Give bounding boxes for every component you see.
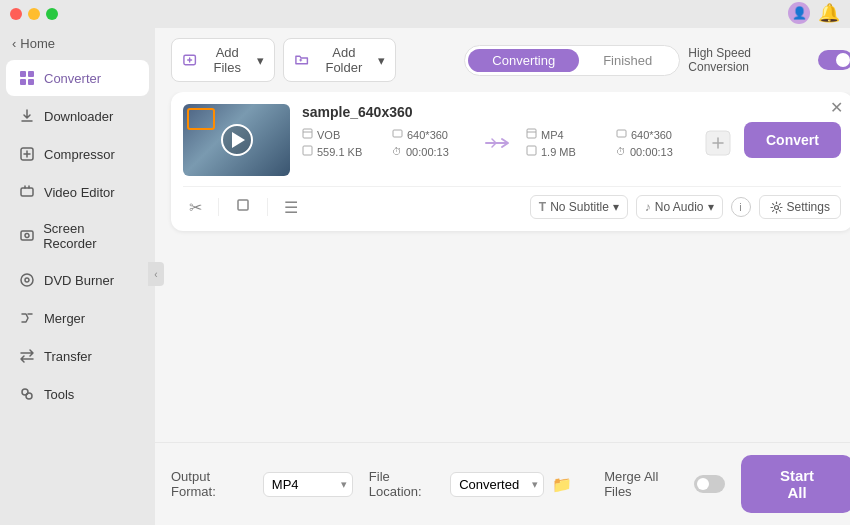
- source-meta-2: 640*360 ⏱ 00:00:13: [392, 129, 472, 158]
- file-card-top: sample_640x360 VOB: [183, 104, 841, 176]
- svg-rect-14: [303, 146, 312, 155]
- subtitle-select[interactable]: T No Subtitle ▾: [530, 195, 628, 219]
- main-toolbar: Add Files ▾ Add Folder ▾ Converting Fini…: [155, 28, 850, 92]
- dvd-burner-icon: [18, 271, 36, 289]
- sidebar-item-merger[interactable]: Merger: [6, 300, 149, 336]
- tab-finished[interactable]: Finished: [579, 49, 676, 72]
- subtitle-icon: T: [539, 200, 546, 214]
- tools-icon: [18, 385, 36, 403]
- screen-recorder-icon: [18, 227, 35, 245]
- output-meta: MP4 1.9 MB: [526, 128, 616, 158]
- output-format-select[interactable]: MP4 MOV AVI MKV: [263, 472, 353, 497]
- source-duration-icon: ⏱: [392, 146, 402, 157]
- add-folder-icon: [294, 52, 309, 68]
- output-size-value: 1.9 MB: [541, 146, 576, 158]
- output-resolution: 640*360: [616, 129, 696, 142]
- source-resolution: 640*360: [392, 129, 472, 142]
- sidebar-item-dvd-burner[interactable]: DVD Burner: [6, 262, 149, 298]
- source-duration: ⏱ 00:00:13: [392, 146, 472, 158]
- svg-rect-6: [21, 231, 33, 240]
- source-duration-value: 00:00:13: [406, 146, 449, 158]
- svg-rect-5: [21, 188, 33, 196]
- crop-tool-button[interactable]: [229, 195, 257, 219]
- close-traffic-light[interactable]: [10, 8, 22, 20]
- maximize-traffic-light[interactable]: [46, 8, 58, 20]
- merge-toggle-switch[interactable]: [694, 475, 725, 493]
- info-button[interactable]: i: [731, 197, 751, 217]
- sidebar-item-downloader-label: Downloader: [44, 109, 113, 124]
- file-location-select[interactable]: Converted Desktop Custom...: [450, 472, 544, 497]
- minimize-traffic-light[interactable]: [28, 8, 40, 20]
- file-card: ✕ sample_640x360: [171, 92, 850, 231]
- source-meta: VOB 559.1 KB: [302, 128, 392, 158]
- play-button[interactable]: [221, 124, 253, 156]
- file-name: sample_640x360: [302, 104, 732, 120]
- subtitle-value: No Subtitle: [550, 200, 609, 214]
- start-all-button[interactable]: Start All: [741, 455, 850, 513]
- sidebar-item-screen-recorder-label: Screen Recorder: [43, 221, 137, 251]
- tab-converting[interactable]: Converting: [468, 49, 579, 72]
- quick-settings-icon-area: [704, 129, 732, 157]
- svg-point-8: [21, 274, 33, 286]
- adjust-tool-button[interactable]: ☰: [278, 196, 304, 219]
- sidebar-item-compressor-label: Compressor: [44, 147, 115, 162]
- sidebar-item-transfer[interactable]: Transfer: [6, 338, 149, 374]
- converter-icon: [18, 69, 36, 87]
- audio-icon: ♪: [645, 200, 651, 214]
- source-size-icon: [302, 145, 313, 158]
- notification-icon[interactable]: 🔔: [818, 2, 840, 24]
- audio-select[interactable]: ♪ No Audio ▾: [636, 195, 723, 219]
- svg-point-11: [26, 393, 32, 399]
- file-list: ✕ sample_640x360: [155, 92, 850, 442]
- home-nav[interactable]: ‹ Home: [0, 28, 155, 59]
- add-files-button[interactable]: Add Files ▾: [171, 38, 275, 82]
- play-icon: [232, 132, 245, 148]
- browse-folder-button[interactable]: 📁: [552, 475, 572, 494]
- downloader-icon: [18, 107, 36, 125]
- output-format-icon: [526, 128, 537, 141]
- settings-gear-icon: [770, 201, 783, 214]
- output-format: MP4: [526, 128, 616, 141]
- conversion-arrow-icon: [472, 135, 526, 151]
- toolbar-divider-2: [267, 198, 268, 216]
- output-duration-icon: ⏱: [616, 146, 626, 157]
- compressor-icon: [18, 145, 36, 163]
- source-resolution-icon: [392, 129, 403, 142]
- add-files-icon: [182, 52, 197, 68]
- settings-button[interactable]: Settings: [759, 195, 841, 219]
- sidebar-item-compressor[interactable]: Compressor: [6, 136, 149, 172]
- svg-rect-15: [393, 130, 402, 137]
- sidebar-item-video-editor[interactable]: Video Editor: [6, 174, 149, 210]
- sidebar-item-downloader[interactable]: Downloader: [6, 98, 149, 134]
- speed-label: High Speed Conversion: [688, 46, 810, 74]
- sidebar-item-converter-label: Converter: [44, 71, 101, 86]
- scissors-tool-button[interactable]: ✂: [183, 196, 208, 219]
- sidebar-collapse-button[interactable]: ‹: [148, 262, 164, 286]
- quick-settings-icon: [704, 129, 732, 157]
- source-format-value: VOB: [317, 129, 340, 141]
- svg-rect-16: [527, 129, 536, 138]
- convert-button[interactable]: Convert: [744, 122, 841, 158]
- add-folder-dropdown-arrow: ▾: [378, 53, 385, 68]
- audio-dropdown-arrow: ▾: [708, 200, 714, 214]
- home-label: Home: [20, 36, 55, 51]
- speed-toggle-switch[interactable]: [818, 50, 850, 70]
- user-avatar-icon[interactable]: 👤: [788, 2, 810, 24]
- svg-rect-3: [28, 79, 34, 85]
- svg-rect-1: [28, 71, 34, 77]
- source-format-icon: [302, 128, 313, 141]
- home-arrow-icon: ‹: [12, 36, 16, 51]
- file-meta-row: VOB 559.1 KB: [302, 128, 732, 158]
- titlebar: 👤 🔔: [0, 0, 850, 28]
- speed-toggle-area: High Speed Conversion: [688, 46, 850, 74]
- sidebar-item-converter[interactable]: Converter: [6, 60, 149, 96]
- source-format: VOB: [302, 128, 392, 141]
- source-size-value: 559.1 KB: [317, 146, 362, 158]
- toolbar-divider-1: [218, 198, 219, 216]
- audio-value: No Audio: [655, 200, 704, 214]
- sidebar-item-tools[interactable]: Tools: [6, 376, 149, 412]
- main-content: Add Files ▾ Add Folder ▾ Converting Fini…: [155, 0, 850, 525]
- sidebar-item-screen-recorder[interactable]: Screen Recorder: [6, 212, 149, 260]
- add-folder-button[interactable]: Add Folder ▾: [283, 38, 396, 82]
- file-card-close-button[interactable]: ✕: [830, 100, 843, 116]
